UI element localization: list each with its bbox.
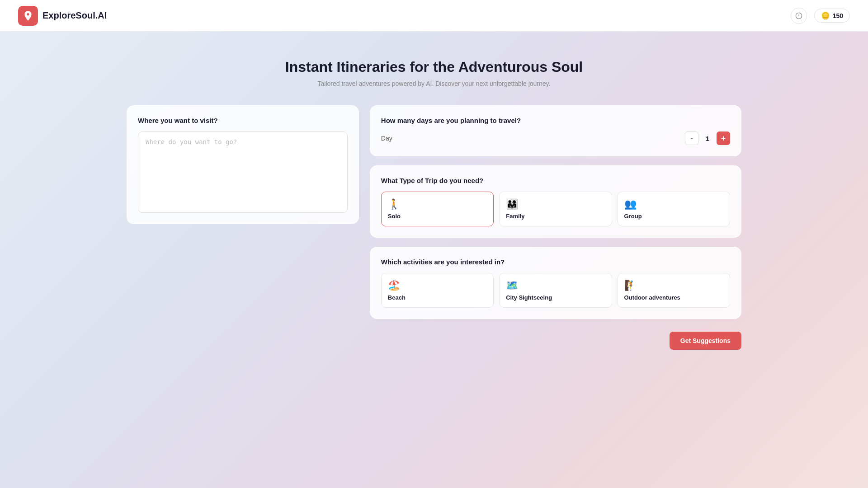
days-label: How many days are you planning to travel… [381, 117, 730, 124]
days-field-label: Day [381, 135, 679, 142]
logo-area: ExploreSoul.AI [18, 6, 107, 26]
page-subtitle: Tailored travel adventures powered by AI… [127, 80, 741, 87]
header: ExploreSoul.AI 🪙 150 [0, 0, 868, 32]
logo-icon [18, 6, 38, 26]
outdoor-icon: 🧗 [624, 280, 723, 291]
destination-card: Where you want to visit? [127, 105, 359, 224]
trip-type-family[interactable]: 👨‍👩‍👧 Family [499, 192, 612, 226]
family-icon: 👨‍👩‍👧 [506, 198, 605, 210]
outdoor-label: Outdoor adventures [624, 294, 723, 301]
trip-type-options: 🚶 Solo 👨‍👩‍👧 Family 👥 Group [381, 192, 730, 226]
cta-row: Get Suggestions [370, 332, 741, 350]
coins-badge: 🪙 150 [814, 9, 850, 23]
page-title: Instant Itineraries for the Adventurous … [127, 59, 741, 75]
days-value: 1 [703, 135, 712, 142]
group-icon: 👥 [624, 198, 723, 210]
activities-options: 🏖️ Beach 🗺️ City Sightseeing 🧗 Outdoor a… [381, 273, 730, 308]
beach-icon: 🏖️ [388, 280, 487, 291]
days-card: How many days are you planning to travel… [370, 105, 741, 156]
days-row: Day - 1 + [381, 131, 730, 145]
activity-city-sightseeing[interactable]: 🗺️ City Sightseeing [499, 273, 612, 308]
solo-label: Solo [388, 213, 487, 220]
activity-outdoor-adventures[interactable]: 🧗 Outdoor adventures [618, 273, 730, 308]
activity-beach[interactable]: 🏖️ Beach [381, 273, 494, 308]
city-sightseeing-icon: 🗺️ [506, 280, 605, 291]
notification-button[interactable] [791, 8, 807, 24]
app-name: ExploreSoul.AI [42, 10, 107, 21]
coin-icon: 🪙 [821, 11, 830, 20]
solo-icon: 🚶 [388, 198, 487, 210]
days-decrement-button[interactable]: - [685, 131, 698, 145]
activities-label: Which activities are you interested in? [381, 258, 730, 266]
activities-card: Which activities are you interested in? … [370, 247, 741, 319]
destination-input[interactable] [138, 131, 348, 213]
header-right: 🪙 150 [791, 8, 850, 24]
get-suggestions-button[interactable]: Get Suggestions [670, 332, 741, 350]
trip-type-solo[interactable]: 🚶 Solo [381, 192, 494, 226]
days-increment-button[interactable]: + [717, 131, 730, 145]
content-grid: Where you want to visit? How many days a… [127, 105, 741, 350]
destination-label: Where you want to visit? [138, 117, 348, 124]
family-label: Family [506, 213, 605, 220]
coins-value: 150 [833, 12, 843, 19]
trip-type-card: What Type of Trip do you need? 🚶 Solo 👨‍… [370, 165, 741, 238]
right-column: How many days are you planning to travel… [370, 105, 741, 350]
trip-type-group[interactable]: 👥 Group [618, 192, 730, 226]
group-label: Group [624, 213, 723, 220]
beach-label: Beach [388, 294, 487, 301]
days-counter: - 1 + [685, 131, 730, 145]
trip-type-label: What Type of Trip do you need? [381, 177, 730, 184]
city-sightseeing-label: City Sightseeing [506, 294, 605, 301]
main-content: Instant Itineraries for the Adventurous … [0, 32, 868, 368]
